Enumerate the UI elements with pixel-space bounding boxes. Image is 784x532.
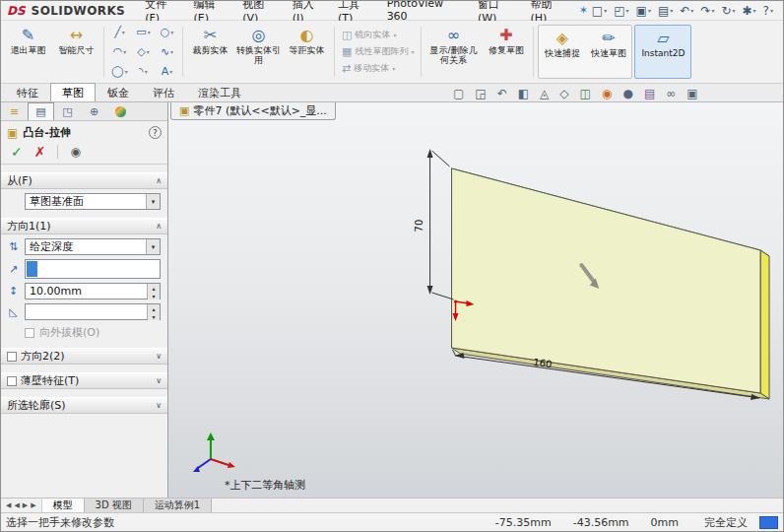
trim-entities-button[interactable]: ✂ 裁剪实体 xyxy=(187,23,233,81)
exit-sketch-button[interactable]: ✎ 退出草图 xyxy=(5,23,51,81)
open-document-icon[interactable]: ◰ xyxy=(614,4,628,18)
circle-tool-icon[interactable]: ○ xyxy=(156,23,178,41)
pin-menu-icon[interactable]: ✶ xyxy=(579,4,588,17)
dim-height-label[interactable]: 70 xyxy=(414,220,425,233)
tab-sketch[interactable]: 草图 xyxy=(50,83,96,101)
redo-icon[interactable]: ↷ xyxy=(700,4,714,18)
section-thin-feature[interactable]: 薄壁特征(T) ∨ xyxy=(1,372,167,389)
view-orientation-icon[interactable]: ◇ xyxy=(555,87,572,100)
next-tab-button[interactable]: ▶ xyxy=(23,501,28,509)
configuration-manager-tab-icon[interactable]: ◳ xyxy=(54,102,81,120)
dimxpert-tab-icon[interactable]: ⊕ xyxy=(81,102,107,120)
arc-tool-icon[interactable]: ◠ xyxy=(108,42,131,61)
section-selected-contours[interactable]: 所选轮廓(S) ∨ xyxy=(1,397,167,414)
ok-button[interactable]: ✓ xyxy=(11,144,23,160)
tab-render-tools[interactable]: 渲染工具 xyxy=(186,83,253,101)
print-icon[interactable]: ▤ xyxy=(658,4,673,18)
tab-motion-study[interactable]: 运动算例1 xyxy=(144,499,212,512)
end-condition-select[interactable]: 给定深度 xyxy=(25,238,161,255)
options-icon[interactable]: ✱ xyxy=(743,4,756,18)
line-tool-icon[interactable]: ╱ xyxy=(108,23,131,41)
property-manager-tab-icon[interactable]: ▤ xyxy=(28,102,54,120)
prev-tab-button[interactable]: ◀ xyxy=(14,501,19,509)
preview-eye-icon[interactable]: ◉ xyxy=(70,145,80,159)
part-body[interactable] xyxy=(452,168,769,399)
graphics-area[interactable]: 70 160 xyxy=(168,102,783,498)
ellipse-tool-icon[interactable]: ◯ xyxy=(108,62,131,81)
repair-sketch-button[interactable]: ✚ 修复草图 xyxy=(483,23,529,81)
tab-model[interactable]: 模型 xyxy=(42,499,85,512)
new-document-icon[interactable]: □ xyxy=(592,4,607,18)
view-settings-icon[interactable]: ∞ xyxy=(662,87,680,100)
display-style-icon[interactable]: ◫ xyxy=(576,87,595,100)
spin-up-icon[interactable] xyxy=(148,284,160,292)
repair-sketch-icon: ✚ xyxy=(499,27,512,43)
thin-feature-checkbox[interactable] xyxy=(7,376,17,386)
convert-entities-button[interactable]: ◎ 转换实体引用 xyxy=(235,23,282,81)
save-icon[interactable]: ▣ xyxy=(636,4,651,18)
spline-tool-icon[interactable]: ∿ xyxy=(156,42,178,61)
mirror-entities-button[interactable]: ◫镜向实体 xyxy=(342,29,414,41)
polygon-tool-icon[interactable]: ◇ xyxy=(132,42,155,61)
dim-width-label[interactable]: 160 xyxy=(533,357,553,370)
sketch-fillet-tool-icon[interactable]: ◝ xyxy=(132,62,155,81)
undo-icon[interactable]: ↶ xyxy=(680,4,693,18)
rectangle-tool-icon[interactable]: ▭ xyxy=(132,23,155,41)
reverse-direction-icon[interactable]: ⇅ xyxy=(6,240,21,253)
tab-3d-views[interactable]: 3D 视图 xyxy=(85,499,144,512)
dynamic-annotation-icon[interactable]: ◬ xyxy=(536,87,553,100)
edit-appearance-icon[interactable]: ● xyxy=(619,87,636,100)
hide-show-items-icon[interactable]: ◉ xyxy=(598,87,616,100)
dimension-70[interactable] xyxy=(430,151,454,299)
previous-view-icon[interactable]: ↶ xyxy=(493,87,511,100)
linear-sketch-pattern-button[interactable]: ▦线性草图阵列 xyxy=(342,45,414,58)
rebuild-icon[interactable]: ↻ xyxy=(721,4,735,18)
status-message: 选择一把手来修改参数 xyxy=(6,515,114,530)
tab-features[interactable]: 特征 xyxy=(5,83,50,101)
section-direction1[interactable]: 方向1(1) ∧ xyxy=(1,218,167,234)
display-manager-tab-icon[interactable] xyxy=(107,102,134,120)
offset-entities-button[interactable]: ◐ 等距实体 xyxy=(284,23,330,81)
section-direction2[interactable]: 方向2(2) ∨ xyxy=(1,348,167,365)
camera-icon[interactable]: ▣ xyxy=(683,87,701,100)
zoom-to-area-icon[interactable]: ◲ xyxy=(471,87,490,100)
exit-sketch-icon: ✎ xyxy=(22,27,34,43)
direction-reference-box[interactable] xyxy=(25,259,161,279)
spin-up-icon[interactable] xyxy=(148,304,160,312)
apply-scene-icon[interactable]: ▤ xyxy=(640,87,659,100)
text-tool-icon[interactable]: A xyxy=(156,62,178,81)
draft-angle-input[interactable] xyxy=(25,303,161,320)
first-tab-button[interactable]: ◀ xyxy=(6,501,11,509)
spin-down-icon[interactable] xyxy=(148,292,160,299)
tab-sheet-metal[interactable]: 钣金 xyxy=(96,83,141,101)
help-icon[interactable]: ? xyxy=(763,4,773,18)
last-tab-button[interactable]: ▶ xyxy=(31,501,35,509)
smart-dimension-icon: ↔ xyxy=(70,27,83,43)
quick-snaps-button[interactable]: ◈ 快速捕捉 xyxy=(539,26,585,78)
move-entities-button[interactable]: ⇄移动实体 xyxy=(342,62,414,75)
offset-entities-icon: ◐ xyxy=(300,27,314,43)
section-from[interactable]: 从(F) ∧ xyxy=(1,172,167,189)
chevron-down-icon[interactable] xyxy=(146,239,160,254)
input-language-indicator[interactable] xyxy=(759,516,778,529)
cancel-button[interactable]: ✗ xyxy=(34,144,46,160)
zoom-to-fit-icon[interactable]: ▢ xyxy=(449,87,468,100)
chevron-down-icon[interactable] xyxy=(146,194,160,209)
part-right-face[interactable] xyxy=(760,250,769,399)
start-condition-select[interactable]: 草图基准面 xyxy=(25,193,161,210)
depth-input[interactable]: 10.00mm xyxy=(25,283,161,299)
property-manager-panel: ≡ ▤ ◳ ⊕ ▣ 凸台-拉伸 ? ✓ ✗ ◉ 从(F) ∧ xyxy=(1,102,168,498)
section-view-icon[interactable]: ◧ xyxy=(514,87,533,100)
document-tab[interactable]: ▣ 零件7 (默认<<默认>_显... xyxy=(170,102,336,120)
direction2-checkbox[interactable] xyxy=(7,352,17,362)
display-delete-relations-button[interactable]: ∞ 显示/删除几何关系 xyxy=(425,23,481,81)
snaps-group: ◈ 快速捕捉 ✏ 快速草图 xyxy=(538,25,632,79)
help-icon[interactable]: ? xyxy=(149,126,162,139)
spin-down-icon[interactable] xyxy=(148,312,160,320)
feature-tree-tab-icon[interactable]: ≡ xyxy=(1,102,28,120)
outward-draft-checkbox[interactable] xyxy=(25,328,34,338)
smart-dimension-button[interactable]: ↔ 智能尺寸 xyxy=(53,23,99,81)
tab-evaluate[interactable]: 评估 xyxy=(141,83,186,101)
instant2d-button[interactable]: ▱ Instant2D xyxy=(635,26,690,58)
rapid-sketch-button[interactable]: ✏ 快速草图 xyxy=(585,26,631,78)
